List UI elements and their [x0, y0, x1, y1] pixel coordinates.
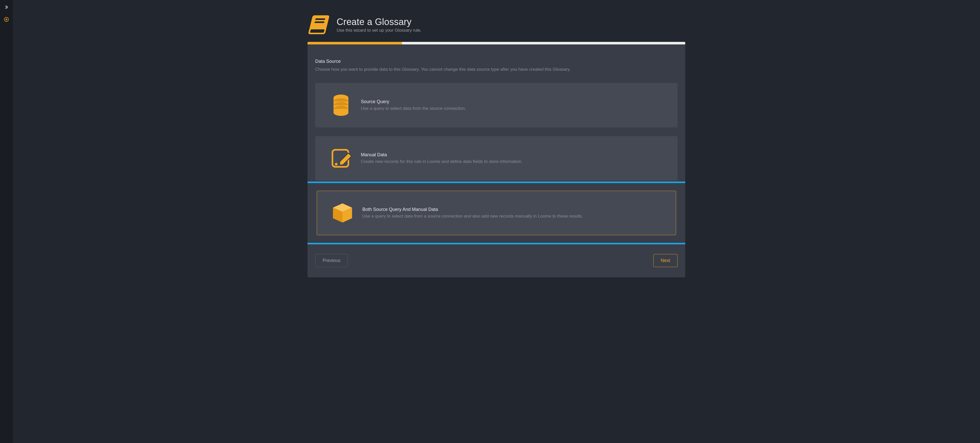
- option-description: Use a query to select data from the sour…: [361, 106, 466, 111]
- edit-note-icon: [328, 145, 354, 171]
- section-title: Data Source: [315, 59, 678, 64]
- option-both[interactable]: Both Source Query And Manual Data Use a …: [317, 191, 676, 235]
- sidebar-rail: [0, 0, 13, 443]
- option-source-query[interactable]: Source Query Use a query to select data …: [315, 83, 678, 127]
- add-button[interactable]: [2, 15, 11, 24]
- option-manual-data[interactable]: Manual Data Create new records for this …: [315, 136, 678, 180]
- option-title: Source Query: [361, 99, 466, 104]
- svg-rect-6: [315, 18, 325, 20]
- chevron-double-right-icon: [4, 5, 9, 10]
- svg-rect-5: [310, 29, 325, 33]
- option-title: Manual Data: [361, 152, 522, 158]
- section-description: Choose how you want to provide data to t…: [315, 66, 678, 73]
- cube-icon: [330, 200, 355, 226]
- previous-button[interactable]: Previous: [315, 254, 348, 267]
- expand-sidebar-button[interactable]: [2, 3, 11, 11]
- main-content: Create a Glossary Use this wizard to set…: [13, 0, 980, 443]
- wizard-panel: Data Source Choose how you want to provi…: [307, 42, 685, 277]
- progress-fill: [307, 42, 402, 45]
- plus-circle-icon: [3, 17, 9, 22]
- svg-point-13: [335, 163, 337, 165]
- page-header: Create a Glossary Use this wizard to set…: [307, 14, 685, 36]
- book-icon: [307, 14, 331, 36]
- database-icon: [328, 92, 354, 118]
- option-description: Create new records for this rule in Loom…: [361, 159, 522, 164]
- next-button[interactable]: Next: [653, 254, 678, 267]
- option-title: Both Source Query And Manual Data: [363, 207, 583, 212]
- page-title: Create a Glossary: [337, 17, 422, 27]
- page-subtitle: Use this wizard to set up your Glossary …: [337, 28, 422, 33]
- option-list: Source Query Use a query to select data …: [315, 83, 678, 237]
- wizard-footer: Previous Next: [315, 254, 678, 267]
- selection-highlight: Both Source Query And Manual Data Use a …: [307, 182, 685, 244]
- option-description: Use a query to select data from a source…: [363, 214, 583, 219]
- progress-track: [307, 42, 685, 45]
- svg-rect-7: [314, 21, 325, 23]
